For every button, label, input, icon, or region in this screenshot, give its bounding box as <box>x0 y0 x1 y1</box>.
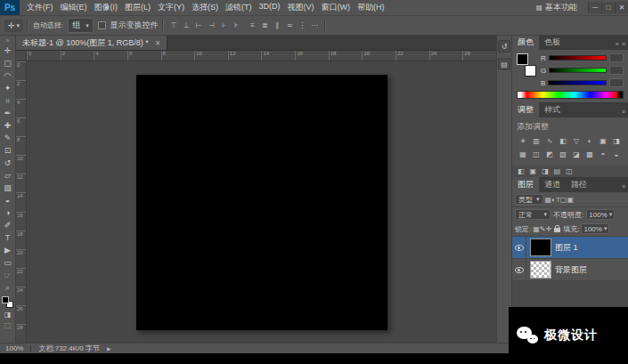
panel-menu-icon[interactable]: ≡ <box>622 41 625 47</box>
menu-item[interactable]: 图像(I) <box>91 2 122 13</box>
healing-brush-tool-icon[interactable]: ✚ <box>0 119 15 132</box>
visibility-toggle[interactable] <box>512 259 526 280</box>
panel-menu-icon[interactable]: ≡ <box>622 183 625 190</box>
tab-styles[interactable]: 样式 <box>539 102 566 117</box>
history-brush-tool-icon[interactable]: ↺ <box>0 157 15 169</box>
lock-option-icon[interactable]: ✛ <box>546 225 552 233</box>
adjustment-icon[interactable]: ▣ <box>597 135 609 147</box>
show-transform-checkbox[interactable] <box>98 21 106 29</box>
tab-swatches[interactable]: 色板 <box>539 36 566 50</box>
fill-field[interactable]: 100% ▾ <box>581 223 609 234</box>
quick-selection-tool-icon[interactable]: ✦ <box>0 82 15 94</box>
panel-shortcut-icon[interactable]: ▣ <box>530 167 537 175</box>
layer-filter-kind-dropdown[interactable]: 类型 ▾ <box>515 194 543 205</box>
foreground-background-swatches[interactable] <box>2 296 13 308</box>
ruler-origin-corner[interactable] <box>16 51 27 61</box>
adjustment-icon[interactable]: ◓ <box>597 149 609 160</box>
adjustment-icon[interactable]: ◒ <box>610 149 623 160</box>
adjustment-icon[interactable]: ◨ <box>610 135 623 147</box>
menu-item[interactable]: 3D(D) <box>256 2 284 13</box>
layer-filter-icon[interactable]: ▦ <box>545 196 552 204</box>
color-panel-swatches[interactable] <box>517 53 536 77</box>
menu-item[interactable]: 滤镜(T) <box>222 2 256 13</box>
tab-color[interactable]: 颜色 <box>512 36 539 50</box>
distribute-icon[interactable]: ≣ <box>259 20 271 31</box>
align-icon[interactable]: ⊣ <box>206 20 217 31</box>
tool-preset-picker[interactable]: ✛ ▾ <box>4 20 23 32</box>
layer-row-layer-1[interactable]: 图层 1 <box>512 237 628 259</box>
align-icon[interactable]: ⊦ <box>218 20 230 31</box>
tab-layers[interactable]: 图层 <box>512 177 539 192</box>
lasso-tool-icon[interactable]: ◠ <box>0 69 15 82</box>
panel-shortcut-icon[interactable]: ◫ <box>566 167 573 175</box>
zoom-tool-icon[interactable]: ⌕ <box>0 281 15 294</box>
quick-mask-mode-icon[interactable]: ◨ <box>4 311 12 319</box>
distribute-icon[interactable]: ≡ <box>247 20 258 31</box>
opacity-field[interactable]: 100% ▾ <box>586 209 615 220</box>
document-tab[interactable]: 未标题-1 @ 100%(图层 1, RGB/8) * ✕ <box>16 36 167 50</box>
adjustment-icon[interactable]: ▦ <box>517 149 529 160</box>
workspace-switcher[interactable]: ▦ 基本功能 <box>530 2 583 13</box>
menu-item[interactable]: 视图(V) <box>284 2 318 13</box>
adjustment-icon[interactable]: ◧ <box>557 135 569 147</box>
maximize-button[interactable]: □ <box>601 2 615 13</box>
panel-shortcut-icon[interactable]: ◨ <box>542 167 549 175</box>
eraser-tool-icon[interactable]: ▱ <box>0 169 15 182</box>
blend-mode-dropdown[interactable]: 正常 ▾ <box>515 209 551 220</box>
foreground-color-swatch[interactable] <box>2 296 9 303</box>
shape-tool-icon[interactable]: ▭ <box>0 256 15 269</box>
adjustment-icon[interactable]: ▥ <box>530 135 542 147</box>
menu-item[interactable]: 文字(Y) <box>154 2 188 13</box>
panel-shortcut-icon[interactable]: ▤ <box>554 167 561 175</box>
eyedropper-tool-icon[interactable]: ✒ <box>0 107 15 119</box>
lock-option-icon[interactable]: ✎ <box>540 225 546 233</box>
blue-value-field[interactable] <box>609 78 624 87</box>
lock-all-icon[interactable] <box>554 228 560 232</box>
distribute-icon[interactable]: ⋮ <box>297 20 308 31</box>
tab-paths[interactable]: 路径 <box>566 177 592 192</box>
panel-menu-icon[interactable]: ≡ <box>622 109 625 115</box>
align-icon[interactable]: ⊥ <box>181 20 192 31</box>
minimize-button[interactable]: ─ <box>588 2 601 13</box>
layer-filter-icon[interactable]: ▣ <box>567 196 574 204</box>
close-button[interactable]: ✕ <box>615 2 628 13</box>
tab-close-icon[interactable]: ✕ <box>155 39 161 47</box>
status-expander-icon[interactable]: ▶ <box>107 345 111 352</box>
document-canvas[interactable] <box>136 75 387 330</box>
adjustment-icon[interactable]: ◩ <box>543 149 556 160</box>
distribute-icon[interactable]: ⋯ <box>309 20 321 31</box>
adjustment-icon[interactable]: ◐ <box>583 135 596 147</box>
screen-mode-icon[interactable]: ⬚ <box>4 321 12 329</box>
green-slider[interactable] <box>549 68 607 73</box>
align-icon[interactable]: ⊢ <box>193 20 205 31</box>
properties-panel-icon[interactable]: ▤ <box>498 58 510 70</box>
adjustment-icon[interactable]: ▽ <box>570 135 583 147</box>
zoom-level-field[interactable]: 100% <box>5 344 23 352</box>
adjustment-icon[interactable]: ▧ <box>557 149 569 160</box>
green-value-field[interactable] <box>609 66 624 75</box>
align-icon[interactable]: ⊧ <box>231 20 242 31</box>
adjustment-icon[interactable]: ◫ <box>530 149 542 160</box>
toolbar-collapse-icon[interactable]: » <box>6 36 10 44</box>
pen-tool-icon[interactable]: ✐ <box>0 219 15 231</box>
crop-tool-icon[interactable]: ⌗ <box>0 94 15 107</box>
lock-option-icon[interactable]: ▦ <box>533 225 540 233</box>
panel-collapse-icon[interactable]: « <box>616 41 619 47</box>
menu-item[interactable]: 窗口(W) <box>318 2 355 13</box>
rectangular-marquee-tool-icon[interactable]: ▢ <box>0 57 15 69</box>
blur-tool-icon[interactable]: ◒ <box>0 194 15 206</box>
foreground-color-swatch[interactable] <box>517 53 528 65</box>
adjustment-icon[interactable]: ☀ <box>517 135 529 147</box>
clone-stamp-tool-icon[interactable]: ⊡ <box>0 144 15 157</box>
visibility-toggle[interactable] <box>512 237 526 258</box>
layer-thumbnail[interactable] <box>530 239 551 256</box>
distribute-icon[interactable]: ≍ <box>284 20 296 31</box>
blue-slider[interactable] <box>548 80 607 85</box>
menu-item[interactable]: 选择(S) <box>188 2 222 13</box>
menu-item[interactable]: 帮助(H) <box>354 2 388 13</box>
gradient-tool-icon[interactable]: ▨ <box>0 182 15 194</box>
adjustment-icon[interactable]: ◪ <box>570 149 583 160</box>
history-panel-icon[interactable]: ↺ <box>498 40 510 53</box>
menu-item[interactable]: 编辑(E) <box>57 2 91 13</box>
type-tool-icon[interactable]: T <box>0 231 15 244</box>
